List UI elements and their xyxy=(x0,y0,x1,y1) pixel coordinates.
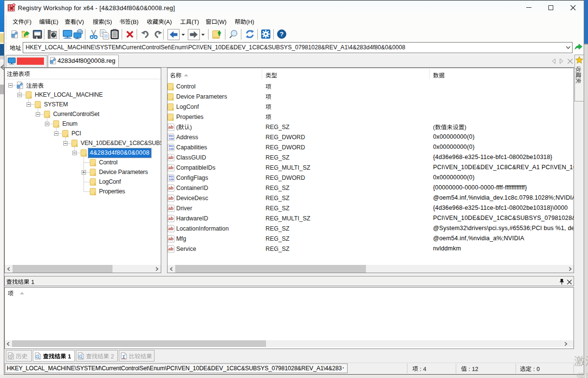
svg-text:ab: ab xyxy=(168,155,174,160)
svg-text:ab: ab xyxy=(168,124,174,129)
svg-text:ab: ab xyxy=(168,226,174,231)
svg-text:110: 110 xyxy=(169,178,174,181)
svg-text:ab: ab xyxy=(168,236,174,241)
svg-text:ab: ab xyxy=(168,246,174,251)
svg-text:ab: ab xyxy=(168,205,174,210)
svg-text:110: 110 xyxy=(169,147,174,151)
svg-text:ab: ab xyxy=(168,216,174,220)
svg-text:ab: ab xyxy=(168,165,174,170)
svg-text:ab: ab xyxy=(168,195,174,200)
svg-text:ab: ab xyxy=(168,185,174,190)
svg-text:?: ? xyxy=(280,30,284,38)
svg-text:110: 110 xyxy=(169,137,174,141)
